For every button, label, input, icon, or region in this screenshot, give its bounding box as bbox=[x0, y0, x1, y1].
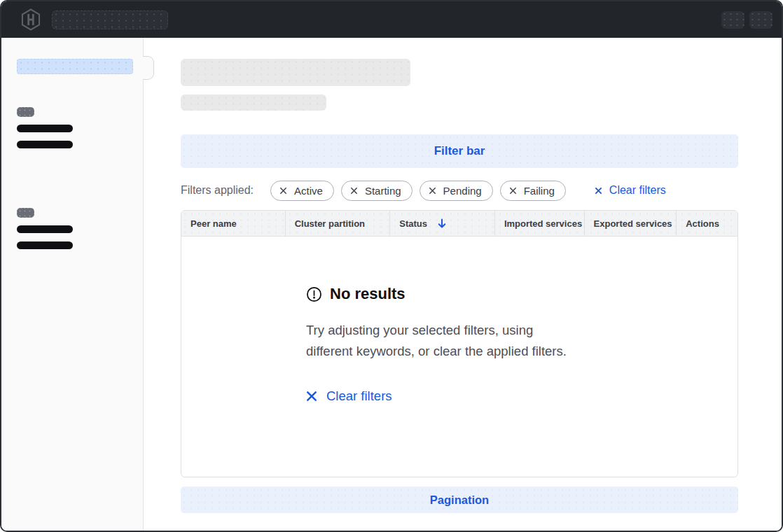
topbar-button-skeleton-2 bbox=[749, 11, 772, 29]
empty-state-title: No results bbox=[330, 285, 406, 303]
filters-applied-label: Filters applied: bbox=[181, 184, 254, 197]
pagination-placeholder: Pagination bbox=[181, 486, 738, 513]
filter-pill-label: Starting bbox=[365, 185, 401, 197]
sidebar-nav-item-skeleton-3 bbox=[17, 225, 73, 233]
clear-filters-label: Clear filters bbox=[609, 184, 666, 197]
search-input-skeleton bbox=[52, 10, 168, 29]
empty-state-description: Try adjusting your selected filters, usi… bbox=[306, 320, 576, 362]
sidebar-nav-item-skeleton-4 bbox=[17, 241, 73, 249]
filter-pill-label: Active bbox=[294, 185, 323, 197]
x-icon[interactable] bbox=[349, 186, 359, 195]
peers-table: Peer name Cluster partition Status Impor… bbox=[181, 210, 738, 477]
column-header-imported-services: Imported services bbox=[495, 211, 585, 236]
sidebar-section-label-skeleton-1 bbox=[17, 107, 34, 117]
sidebar bbox=[1, 38, 144, 532]
filter-bar-label: Filter bar bbox=[434, 144, 485, 158]
column-label: Peer name bbox=[190, 218, 237, 229]
x-icon[interactable] bbox=[508, 186, 518, 195]
x-icon bbox=[594, 186, 603, 195]
empty-state-clear-filters-label: Clear filters bbox=[326, 388, 392, 404]
empty-state-clear-filters-link[interactable]: Clear filters bbox=[306, 388, 392, 404]
app-window: Filter bar Filters applied: Active Start… bbox=[0, 0, 783, 532]
filter-pill-starting[interactable]: Starting bbox=[341, 181, 413, 201]
column-label: Imported services bbox=[504, 218, 582, 229]
filter-pill-label: Pending bbox=[443, 185, 482, 197]
column-header-exported-services: Exported services bbox=[585, 211, 677, 236]
column-header-status[interactable]: Status bbox=[390, 211, 495, 236]
column-label: Cluster partition bbox=[295, 218, 365, 229]
x-icon[interactable] bbox=[279, 186, 288, 195]
column-label: Status bbox=[399, 218, 427, 229]
x-icon bbox=[306, 391, 317, 402]
filter-bar-placeholder: Filter bar bbox=[181, 134, 738, 168]
pagination-label: Pagination bbox=[430, 493, 489, 507]
alert-circle-icon bbox=[306, 286, 322, 302]
column-header-cluster-partition: Cluster partition bbox=[286, 211, 391, 236]
filter-pill-failing[interactable]: Failing bbox=[500, 181, 566, 201]
top-navbar bbox=[1, 1, 782, 38]
sidebar-nav-item-skeleton-2 bbox=[17, 141, 73, 148]
sidebar-nav-item-skeleton-1 bbox=[17, 125, 73, 132]
page-subtitle-skeleton bbox=[181, 94, 326, 111]
clear-filters-link[interactable]: Clear filters bbox=[594, 184, 666, 197]
table-header-row: Peer name Cluster partition Status Impor… bbox=[181, 211, 737, 237]
filter-pill-active[interactable]: Active bbox=[270, 181, 334, 201]
sidebar-section-label-skeleton-2 bbox=[17, 208, 34, 218]
main-content: Filter bar Filters applied: Active Start… bbox=[144, 38, 782, 532]
column-label: Actions bbox=[686, 218, 719, 229]
empty-state: No results Try adjusting your selected f… bbox=[306, 237, 737, 405]
filters-applied-row: Filters applied: Active Starting Pending… bbox=[181, 180, 738, 201]
topbar-button-skeleton-1 bbox=[721, 11, 744, 29]
sidebar-toggle-handle[interactable] bbox=[143, 56, 154, 80]
column-header-actions: Actions bbox=[677, 211, 737, 236]
column-header-peer-name: Peer name bbox=[181, 211, 286, 236]
x-icon[interactable] bbox=[428, 186, 437, 195]
page-title-skeleton bbox=[181, 59, 410, 86]
hashicorp-logo-icon bbox=[20, 8, 41, 31]
column-label: Exported services bbox=[594, 218, 672, 229]
filter-pill-pending[interactable]: Pending bbox=[420, 181, 493, 201]
sidebar-selected-item-skeleton bbox=[17, 59, 133, 74]
filter-pill-label: Failing bbox=[524, 185, 555, 197]
sort-desc-icon[interactable] bbox=[437, 218, 447, 228]
